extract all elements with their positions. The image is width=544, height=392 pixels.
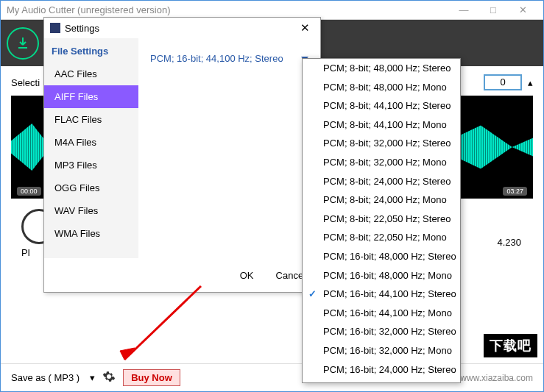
settings-dialog: Settings ✕ File Settings AAC FilesAIFF F… xyxy=(43,17,321,293)
cancel-button[interactable]: Cancel xyxy=(276,270,305,281)
svg-marker-1 xyxy=(120,348,135,360)
format-option[interactable]: PCM; 8-bit; 24,000 Hz; Mono xyxy=(303,190,460,210)
format-option[interactable]: PCM; 8-bit; 24,000 Hz; Stereo xyxy=(303,172,460,191)
format-option[interactable]: PCM; 16-bit; 48,000 Hz; Stereo xyxy=(303,247,460,266)
download-icon[interactable] xyxy=(7,27,39,60)
app-icon xyxy=(50,23,60,33)
svg-line-0 xyxy=(124,286,201,360)
format-option[interactable]: PCM; 16-bit; 24,000 Hz; Mono xyxy=(303,379,460,383)
url-label: www.xiazaiba.com xyxy=(460,373,533,383)
format-option[interactable]: PCM; 16-bit; 24,000 Hz; Stereo xyxy=(303,360,460,379)
close-button[interactable]: ✕ xyxy=(508,1,537,20)
bottom-bar: Save as ( MP3 ) ▾ Buy Now www.xiazaiba.c… xyxy=(1,363,543,391)
format-option[interactable]: PCM; 16-bit; 44,100 Hz; Mono xyxy=(303,304,460,323)
spin-up-icon[interactable]: ▴ xyxy=(528,77,533,88)
format-dropdown[interactable]: PCM; 8-bit; 48,000 Hz; StereoPCM; 8-bit;… xyxy=(302,58,461,383)
selection-label: Selecti xyxy=(11,77,40,88)
settings-panel: PCM; 16-bit; 44,100 Hz; Stereo xyxy=(138,38,320,258)
time-start: 00:00 xyxy=(17,187,41,196)
dialog-title: Settings xyxy=(65,23,99,34)
sidebar-item-wav-files[interactable]: WAV Files xyxy=(44,199,138,222)
buy-now-button[interactable]: Buy Now xyxy=(123,369,180,386)
sidebar-item-mp3-files[interactable]: MP3 Files xyxy=(44,154,138,177)
format-option[interactable]: PCM; 16-bit; 44,100 Hz; Stereo xyxy=(303,285,460,304)
format-option[interactable]: PCM; 16-bit; 32,000 Hz; Stereo xyxy=(303,322,460,341)
time-end: 03:27 xyxy=(503,187,527,196)
save-as-chevron-icon[interactable]: ▾ xyxy=(90,372,95,383)
sidebar-item-flac-files[interactable]: FLAC Files xyxy=(44,108,138,131)
format-option[interactable]: PCM; 16-bit; 48,000 Hz; Mono xyxy=(303,266,460,285)
sidebar-item-aiff-files[interactable]: AIFF Files xyxy=(44,85,138,108)
format-combo-value: PCM; 16-bit; 44,100 Hz; Stereo xyxy=(150,53,283,64)
ok-button[interactable]: OK xyxy=(240,270,254,281)
dialog-close-icon[interactable]: ✕ xyxy=(296,20,314,36)
sidebar-item-aac-files[interactable]: AAC Files xyxy=(44,63,138,85)
save-as-label[interactable]: Save as ( MP3 ) xyxy=(11,372,80,383)
format-option[interactable]: PCM; 8-bit; 32,000 Hz; Mono xyxy=(303,153,460,172)
sidebar-header: File Settings xyxy=(44,40,138,63)
format-option[interactable]: PCM; 8-bit; 22,050 Hz; Stereo xyxy=(303,210,460,229)
sidebar-item-wma-files[interactable]: WMA Files xyxy=(44,222,138,245)
format-option[interactable]: PCM; 8-bit; 22,050 Hz; Mono xyxy=(303,228,460,247)
sidebar-item-m4a-files[interactable]: M4A Files xyxy=(44,131,138,154)
format-combo[interactable]: PCM; 16-bit; 44,100 Hz; Stereo xyxy=(146,50,313,67)
sidebar-item-ogg-files[interactable]: OGG Files xyxy=(44,177,138,199)
minimize-button[interactable]: — xyxy=(449,1,478,20)
format-option[interactable]: PCM; 8-bit; 48,000 Hz; Stereo xyxy=(303,59,460,78)
maximize-button[interactable]: □ xyxy=(478,1,508,20)
format-option[interactable]: PCM; 8-bit; 44,100 Hz; Stereo xyxy=(303,96,460,115)
format-option[interactable]: PCM; 16-bit; 32,000 Hz; Mono xyxy=(303,341,460,360)
format-option[interactable]: PCM; 8-bit; 44,100 Hz; Mono xyxy=(303,115,460,135)
spin-input[interactable]: 0 xyxy=(484,74,522,90)
format-option[interactable]: PCM; 8-bit; 48,000 Hz; Mono xyxy=(303,78,460,97)
format-option[interactable]: PCM; 8-bit; 32,000 Hz; Stereo xyxy=(303,134,460,153)
watermark: 下载吧 xyxy=(484,334,537,357)
window-title: My Audio Cutter (unregistered version) xyxy=(7,4,171,15)
total-time: 4.230 xyxy=(497,237,521,248)
settings-sidebar: File Settings AAC FilesAIFF FilesFLAC Fi… xyxy=(44,38,138,258)
settings-gear-icon[interactable] xyxy=(102,370,116,385)
